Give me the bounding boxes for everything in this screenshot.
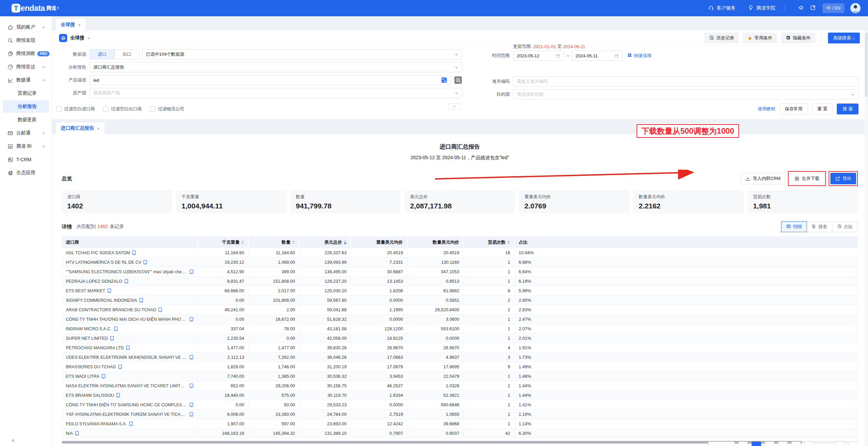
merge-download-button[interactable]: 合并下载 <box>790 173 824 184</box>
page-button[interactable] <box>805 442 814 446</box>
contact-icon[interactable] <box>116 393 120 397</box>
importer-name[interactable]: HTV LATINOAMERICA S DE RL DE CV <box>66 260 141 265</box>
table-row[interactable]: YSF AYDINLATMA ELEKTRONİK TURİZM SANAYİ … <box>62 410 858 419</box>
table-row[interactable]: ETS WADI LITRA 7,740.00 1,385.00 30,536.… <box>62 372 858 381</box>
page-button[interactable] <box>848 442 858 446</box>
sidebar-item[interactable]: 数据通 <box>3 74 49 86</box>
sidebar-item[interactable]: 生态应用 <box>3 167 49 179</box>
contact-icon[interactable] <box>189 355 193 359</box>
data-source-select[interactable]: 已选中104个数据源 <box>142 49 462 59</box>
contact-icon[interactable] <box>107 289 111 293</box>
filter-checkbox[interactable]: 过滤空白出口商 <box>103 106 142 112</box>
table-row[interactable]: AGL TCHAD P/C SOGEA SATOM 11,164.60 11,1… <box>62 248 858 258</box>
sidebar-item[interactable]: 我的账户 <box>3 21 49 33</box>
sort-icon[interactable] <box>241 240 244 244</box>
announcement-button[interactable] <box>798 5 804 12</box>
origin-country-select[interactable]: 请选择原产国 <box>90 88 462 98</box>
table-row[interactable]: INGRAM MICRO S.A.C. 337.04 78.00 43,181.… <box>62 324 858 334</box>
table-row[interactable]: N/A 166,163.18 145,394.32 131,389.10 0.7… <box>62 429 858 438</box>
importer-name[interactable]: SUPER NET LIMITED <box>66 336 108 341</box>
importer-name[interactable]: ETS BRAHIM SALISSOU <box>66 393 114 398</box>
table-column-header[interactable]: 贸易次数 <box>464 236 514 248</box>
contact-icon[interactable] <box>118 365 122 369</box>
hide-conditions-button[interactable]: 隐藏条件 <box>781 33 815 43</box>
contact-icon[interactable] <box>189 412 193 416</box>
table-row[interactable]: SUPER NET LIMITED 2,235.54 0.00 42,056.0… <box>62 334 858 343</box>
importer-name[interactable]: FEILO SYLVANIA PANAMA S.A. <box>66 422 127 426</box>
view-toggle-button[interactable]: 排名 <box>807 221 832 232</box>
importer-name[interactable]: N/A <box>66 431 73 436</box>
sidebar-item[interactable]: 云邮通 <box>3 127 49 139</box>
page-button[interactable] <box>835 442 845 446</box>
product-desc-input[interactable]: led 中A <box>90 75 451 85</box>
fullscreen-button[interactable] <box>810 5 816 12</box>
customer-service-button[interactable]: 客户服务 <box>708 5 736 12</box>
importer-name[interactable]: YSF AYDINLATMA ELEKTRONİK TURİZM SANAYİ … <box>66 412 187 417</box>
sidebar-item[interactable]: 商情雷达 <box>3 61 49 73</box>
importer-name[interactable]: UDES ELEKTRİK ELEKTRONİK MÜHENDİSLİK SAN… <box>66 355 187 360</box>
importer-name[interactable]: AGL TCHAD P/C SOGEA SATOM <box>66 250 130 255</box>
scrollbar-thumb[interactable] <box>62 441 802 444</box>
filter-checkbox[interactable]: 过滤空白进口商 <box>56 106 95 112</box>
contact-icon[interactable] <box>158 308 162 312</box>
end-date-input[interactable]: 2024-05-11 <box>572 51 623 61</box>
save-common-button[interactable]: 保存常用 <box>779 104 808 114</box>
academy-button[interactable]: 腾道学院 <box>748 5 775 12</box>
checkbox-icon[interactable] <box>56 106 62 112</box>
sort-icon[interactable] <box>507 240 510 244</box>
collapse-filters-button[interactable] <box>448 104 461 109</box>
contact-icon[interactable] <box>189 403 193 407</box>
table-column-header[interactable]: 占比 <box>514 236 858 248</box>
page-button[interactable] <box>738 442 748 446</box>
checkbox-icon[interactable] <box>103 106 109 112</box>
sort-icon[interactable] <box>292 240 295 244</box>
sidebar-item[interactable]: 贸易记录 <box>3 87 49 99</box>
table-row[interactable]: BRASSERIES DU TCHAD 1,828.00 1,746.00 31… <box>62 362 858 372</box>
table-row[interactable]: ETS BEST MARKET 68,666.00 2,017.00 125,0… <box>62 286 858 296</box>
table-column-header[interactable]: 进口商 <box>62 236 197 248</box>
table-row[interactable]: NASA ELEKTRİK AYDINLATMA SANAYİ VE TİCAR… <box>62 381 858 391</box>
synonym-search-icon[interactable] <box>454 76 462 84</box>
importer-name[interactable]: SIGNIFY COMMERCIAL INDONESIA <box>66 298 137 303</box>
tab-global-search[interactable]: 全球搜 × <box>56 19 86 31</box>
checkbox-icon[interactable] <box>150 106 155 112</box>
table-column-header[interactable]: 数量美元均价 <box>407 236 464 248</box>
contact-icon[interactable] <box>132 250 136 255</box>
table-row[interactable]: PEDRAJA LOPEZ GONZALO 9,831.47 151,808.0… <box>62 277 858 286</box>
importer-name[interactable]: ETS BEST MARKET <box>66 289 105 293</box>
export-toggle[interactable]: 出口 <box>114 50 139 59</box>
advanced-search-button[interactable]: 高级搜索 › <box>828 33 860 43</box>
importer-name[interactable]: ""SAMSUNG ELECTRONICS UZBEKISTAN"" mas`u… <box>66 270 187 274</box>
importer-name[interactable]: PETROCHAD MANGARA LTD <box>66 346 124 350</box>
language-switch[interactable]: 中 / EN <box>823 3 844 13</box>
favorite-conditions-button[interactable]: ★ 常用条件 <box>743 33 777 43</box>
contact-icon[interactable] <box>110 336 114 340</box>
export-button[interactable]: 导出 <box>830 173 856 184</box>
table-row[interactable]: SIGNIFY COMMERCIAL INDONESIA 0.00 101,80… <box>62 296 858 305</box>
hs-code-input[interactable]: 请输入海关编码 <box>513 76 858 87</box>
importer-name[interactable]: CÔNG TY TNHH THƯƠNG MẠI DỊCH VỤ ĐIỆN MẠN… <box>66 317 187 322</box>
table-column-header[interactable]: 重量美元均价 <box>351 236 407 248</box>
avatar[interactable] <box>850 3 861 13</box>
view-toggle-button[interactable]: 明细 <box>781 221 807 232</box>
importer-name[interactable]: ARAB CONTRACTORS BRANCHE DU TCHAD <box>66 308 156 312</box>
table-row[interactable]: PETROCHAD MANGARA LTD 1,477.00 1,477.00 … <box>62 343 858 353</box>
table-row[interactable]: FEILO SYLVANIA PANAMA S.A. 1,907.00 597.… <box>62 419 858 429</box>
sidebar-item[interactable]: 商情洞察 PRO <box>3 48 49 60</box>
sidebar-item[interactable]: 商情发现 <box>3 34 49 47</box>
tutorial-link[interactable]: 使用教程 <box>758 106 775 112</box>
table-row[interactable]: HTV LATINOAMERICA S DE RL DE CV 19,230.1… <box>62 258 858 267</box>
reset-button[interactable]: 重 置 <box>812 104 833 114</box>
importer-name[interactable]: NASA ELEKTRİK AYDINLATMA SANAYİ VE TİCAR… <box>66 384 187 388</box>
sidebar-collapse-button[interactable]: « <box>12 437 15 443</box>
page-button[interactable] <box>791 442 801 446</box>
view-toggle-button[interactable]: 占比 <box>832 221 858 232</box>
close-icon[interactable]: × <box>97 126 100 131</box>
contact-icon[interactable] <box>129 422 133 426</box>
table-row[interactable]: ARAB CONTRACTORS BRANCHE DU TCHAD 49,241… <box>62 305 858 315</box>
sidebar-item[interactable]: 分析报告 <box>3 100 49 113</box>
contact-icon[interactable] <box>139 298 143 302</box>
page-button[interactable] <box>778 442 788 446</box>
import-toggle[interactable]: 进口 <box>90 50 114 59</box>
page-button[interactable] <box>765 442 774 446</box>
